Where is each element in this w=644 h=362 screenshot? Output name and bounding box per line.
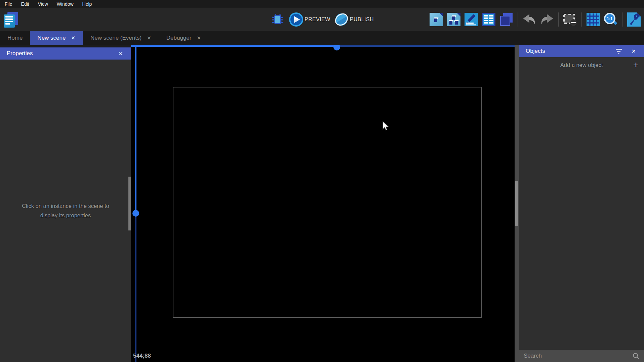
redo-button[interactable] (539, 12, 554, 27)
open-properties-button[interactable] (464, 12, 479, 27)
selection-handle-top[interactable] (333, 45, 340, 50)
search-icon[interactable] (633, 353, 639, 359)
properties-scrollbar-thumb[interactable] (128, 177, 131, 230)
open-instances-list-button[interactable] (481, 12, 496, 27)
app-window: File Edit View Window Help (0, 0, 644, 362)
project-manager-button[interactable] (3, 11, 20, 28)
publish-label: PUBLISH (350, 16, 374, 23)
selection-handle-left[interactable] (132, 210, 139, 217)
canvas-scrollbar-thumb[interactable] (515, 181, 518, 226)
toolbar-separator (558, 12, 559, 27)
tab-close-icon[interactable]: ✕ (71, 35, 75, 41)
object-groups-icon (447, 13, 460, 26)
debug-button[interactable] (270, 12, 285, 27)
svg-text:1:1: 1:1 (607, 16, 613, 21)
tab-close-icon[interactable]: ✕ (197, 35, 201, 41)
editor-tab-bar: Home New scene ✕ New scene (Events) ✕ De… (0, 31, 644, 45)
main-toolbar: PREVIEW PUBLISH (0, 8, 644, 31)
close-icon[interactable]: ✕ (117, 50, 124, 58)
debug-bug-icon (271, 13, 284, 26)
objects-search-bar (519, 350, 644, 362)
toolbar-separator (622, 12, 622, 27)
objects-panel-title: Objects (526, 48, 545, 55)
menu-help[interactable]: Help (78, 0, 96, 8)
main-area: Properties ✕ Click on an instance in the… (0, 45, 644, 362)
grid-icon (587, 13, 600, 26)
publish-globe-icon (334, 12, 349, 27)
redo-arrow-icon (540, 14, 554, 25)
objects-search-input[interactable] (524, 353, 633, 359)
properties-panel: Properties ✕ Click on an instance in the… (0, 45, 131, 362)
plus-icon[interactable]: + (633, 60, 639, 70)
tab-label: New scene (Events) (90, 35, 142, 41)
instances-list-icon (482, 13, 495, 26)
menu-window[interactable]: Window (52, 0, 78, 8)
objects-editor-icon (430, 13, 443, 26)
selection-edge-left (135, 45, 136, 362)
undo-arrow-icon (523, 14, 536, 25)
open-layers-editor-button[interactable] (499, 12, 514, 27)
wrench-icon (627, 12, 641, 27)
tab-home[interactable]: Home (0, 31, 30, 45)
tab-label: Home (7, 35, 23, 41)
layers-icon (499, 12, 513, 27)
deselect-icon (563, 13, 577, 26)
selection-edge-top (131, 45, 515, 47)
menu-edit[interactable]: Edit (17, 0, 34, 8)
play-icon (289, 12, 303, 27)
zoom-original-button[interactable]: 1:1 (603, 12, 618, 27)
menu-file[interactable]: File (4, 0, 17, 8)
tab-close-icon[interactable]: ✕ (147, 35, 151, 41)
objects-list (519, 73, 644, 350)
open-object-groups-button[interactable] (446, 12, 461, 27)
preview-label: PREVIEW (305, 16, 330, 23)
game-window-bounds (173, 87, 482, 318)
properties-panel-title: Properties (7, 50, 33, 57)
tab-new-scene[interactable]: New scene ✕ (30, 31, 83, 45)
canvas-vertical-scrollbar[interactable] (515, 45, 519, 362)
menu-bar: File Edit View Window Help (0, 0, 644, 8)
add-object-button[interactable]: Add a new object + (519, 57, 644, 73)
zoom-1-1-icon: 1:1 (604, 12, 618, 27)
properties-panel-body: Click on an instance in the scene to dis… (0, 60, 131, 362)
deselect-all-button[interactable] (563, 12, 577, 27)
tab-label: New scene (37, 35, 66, 41)
edit-pencil-icon (465, 13, 478, 26)
scene-settings-button[interactable] (627, 12, 641, 27)
tab-label: Debugger (166, 35, 192, 41)
toolbar-right: 1:1 (429, 8, 641, 31)
tab-debugger[interactable]: Debugger ✕ (159, 31, 208, 45)
mouse-cursor (383, 121, 390, 131)
undo-button[interactable] (522, 12, 537, 27)
publish-button[interactable]: PUBLISH (334, 12, 374, 27)
toolbar-separator (518, 12, 518, 27)
close-icon[interactable]: ✕ (630, 47, 637, 55)
objects-panel: Objects ✕ Add a new object + (519, 45, 644, 362)
objects-panel-header: Objects ✕ (519, 45, 644, 57)
properties-panel-header: Properties ✕ (0, 47, 131, 60)
filter-icon[interactable] (615, 48, 622, 54)
preview-button[interactable]: PREVIEW (289, 12, 330, 27)
cursor-coordinates: 544;88 (133, 353, 151, 359)
toolbar-separator (581, 12, 582, 27)
toolbar-center: PREVIEW PUBLISH (270, 8, 374, 31)
tab-new-scene-events[interactable]: New scene (Events) ✕ (83, 31, 159, 45)
properties-empty-hint: Click on an instance in the scene to dis… (13, 202, 118, 220)
open-objects-editor-button[interactable] (429, 12, 444, 27)
add-object-label: Add a new object (560, 62, 603, 68)
scene-editor-canvas[interactable]: 544;88 (131, 45, 515, 362)
toggle-grid-button[interactable] (586, 12, 601, 27)
menu-view[interactable]: View (34, 0, 52, 8)
